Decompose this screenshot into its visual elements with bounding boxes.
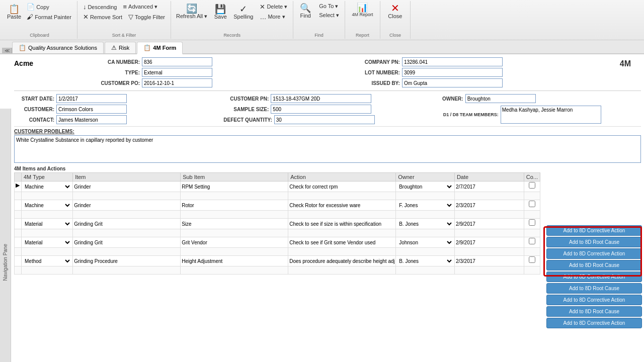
action-btn-7[interactable]: Add to 8D Root Cause	[546, 306, 642, 317]
more-button[interactable]: … More ▾	[257, 12, 290, 22]
subitem-cell-3[interactable]	[181, 237, 288, 248]
action-input-2[interactable]	[289, 219, 394, 228]
item-cell-4[interactable]	[73, 256, 181, 266]
owner-cell-1[interactable]: F. Jones	[396, 200, 455, 211]
format-painter-button[interactable]: 🖌 Format Painter	[24, 12, 74, 22]
co-cell-3[interactable]	[524, 237, 540, 248]
owner-cell-2[interactable]: B. Jones	[396, 219, 455, 229]
type-input[interactable]	[142, 68, 212, 77]
co-checkbox-0[interactable]	[529, 182, 535, 189]
find-button[interactable]: 🔍 Find	[296, 3, 314, 20]
date-input-3[interactable]	[456, 238, 496, 247]
defect-qty-input[interactable]	[274, 115, 375, 124]
type-select-0[interactable]: Machine	[23, 182, 71, 191]
copy-button[interactable]: 📄 Copy	[24, 2, 74, 12]
co-checkbox-4[interactable]	[529, 256, 535, 263]
descending-button[interactable]: ↓ Descending	[80, 2, 120, 12]
action-cell-0[interactable]	[288, 182, 396, 192]
lot-number-input[interactable]	[402, 68, 503, 77]
subitem-cell-2[interactable]	[181, 219, 288, 229]
customer-pn-input[interactable]	[271, 94, 371, 103]
subitem-input-2[interactable]	[182, 219, 287, 228]
owner-select-4[interactable]: B. Jones	[397, 256, 453, 265]
item-input-2[interactable]	[74, 219, 179, 228]
type-cell-0[interactable]: Machine	[22, 182, 73, 192]
type-cell-3[interactable]: Material	[22, 237, 73, 248]
subitem-input-0[interactable]	[182, 182, 287, 191]
remove-sort-button[interactable]: ✕ Remove Sort	[80, 12, 125, 22]
co-cell-1[interactable]	[524, 200, 540, 211]
advanced-button[interactable]: ≡ Advanced ▾	[120, 2, 160, 12]
action-btn-6[interactable]: Add to 8D Corrective Action	[546, 295, 642, 305]
type-select-3[interactable]: Material	[23, 238, 71, 247]
subitem-input-1[interactable]	[182, 201, 287, 210]
subitem-cell-1[interactable]	[181, 200, 288, 211]
action-btn-3[interactable]: Add to 8D Root Cause	[546, 260, 642, 270]
customer-problems-textarea[interactable]: White Crystalline Substance in capillary…	[14, 135, 641, 163]
co-checkbox-2[interactable]	[529, 219, 535, 226]
action-input-3[interactable]	[289, 238, 394, 247]
action-input-1[interactable]	[289, 201, 394, 210]
action-btn-5[interactable]: Add to 8D Root Cause	[546, 283, 642, 294]
action-input-4[interactable]	[289, 256, 394, 265]
action-btn-1[interactable]: Add to 8D Root Cause	[546, 237, 642, 247]
ca-number-input[interactable]	[142, 57, 212, 66]
sidebar-toggle[interactable]: ≪	[2, 48, 12, 53]
type-select-4[interactable]: Method	[23, 256, 71, 265]
select-button[interactable]: Select ▾	[316, 11, 342, 20]
owner-select-1[interactable]: F. Jones	[397, 201, 453, 210]
sample-size-input[interactable]	[271, 105, 371, 114]
owner-select-0[interactable]: Broughton	[397, 182, 453, 191]
type-select-1[interactable]: Machine	[23, 201, 71, 210]
date-input-4[interactable]	[456, 256, 496, 265]
tab-risk[interactable]: ⚠ Risk	[105, 42, 136, 53]
item-input-0[interactable]	[74, 182, 179, 191]
start-date-input[interactable]	[56, 94, 127, 103]
date-cell-0[interactable]	[454, 182, 524, 192]
report-button[interactable]: 📊 4M Report	[350, 2, 375, 18]
date-cell-3[interactable]	[454, 237, 524, 248]
item-cell-3[interactable]	[73, 237, 181, 248]
customer-input[interactable]	[56, 105, 127, 114]
type-select-2[interactable]: Material	[23, 219, 71, 228]
action-btn-2[interactable]: Add to 8D Corrective Action	[546, 248, 642, 259]
company-pn-input[interactable]	[402, 57, 503, 66]
action-btn-4[interactable]: Add to 8D Corrective Action	[546, 272, 642, 282]
tab-quality-assurance[interactable]: 📋 Quality Assurance Solutions	[12, 42, 104, 53]
co-cell-0[interactable]	[524, 182, 540, 192]
toggle-filter-button[interactable]: ▽ Toggle Filter	[126, 12, 168, 22]
action-cell-2[interactable]	[288, 219, 396, 229]
owner-cell-3[interactable]: Johnson	[396, 237, 455, 248]
co-checkbox-1[interactable]	[529, 201, 535, 207]
issued-by-input[interactable]	[402, 78, 503, 87]
paste-button[interactable]: 📋 Paste	[5, 4, 23, 21]
goto-button[interactable]: Go To ▾	[316, 2, 342, 11]
item-input-4[interactable]	[74, 256, 179, 265]
close-button[interactable]: ✕ Close	[386, 2, 404, 20]
date-input-0[interactable]	[456, 182, 496, 191]
item-cell-0[interactable]	[73, 182, 181, 192]
action-btn-8[interactable]: Add to 8D Corrective Action	[546, 318, 642, 328]
date-cell-2[interactable]	[454, 219, 524, 229]
save-button[interactable]: 💾 Save	[211, 4, 229, 21]
owner-cell-0[interactable]: Broughton	[396, 182, 455, 192]
action-cell-3[interactable]	[288, 237, 396, 248]
date-cell-4[interactable]	[454, 256, 524, 266]
contact-input[interactable]	[56, 115, 127, 124]
action-cell-4[interactable]	[288, 256, 396, 266]
owner-cell-4[interactable]: B. Jones	[396, 256, 455, 266]
owner-input[interactable]	[465, 94, 536, 103]
d1d8-input[interactable]: Medha Kashyap, Jessie Marron	[501, 106, 601, 124]
date-input-1[interactable]	[456, 201, 496, 210]
co-cell-4[interactable]	[524, 256, 540, 266]
co-checkbox-3[interactable]	[529, 238, 535, 244]
action-cell-1[interactable]	[288, 200, 396, 211]
item-input-1[interactable]	[74, 201, 179, 210]
customer-po-input[interactable]	[142, 78, 212, 87]
item-cell-2[interactable]	[73, 219, 181, 229]
subitem-cell-4[interactable]	[181, 256, 288, 266]
delete-button[interactable]: ✕ Delete ▾	[257, 2, 290, 12]
item-input-3[interactable]	[74, 238, 179, 247]
subitem-input-4[interactable]	[182, 256, 287, 265]
date-cell-1[interactable]	[454, 200, 524, 211]
